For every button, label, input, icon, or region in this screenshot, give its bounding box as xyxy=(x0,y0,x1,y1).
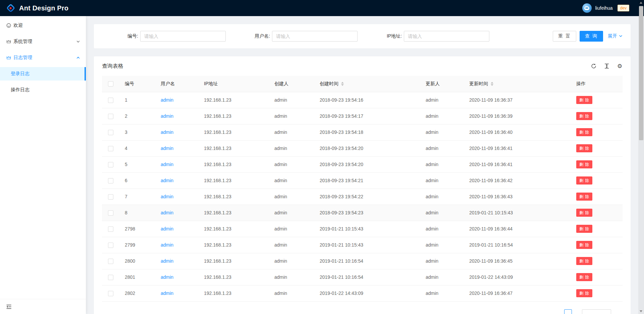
row-checkbox[interactable] xyxy=(108,243,113,248)
delete-button[interactable]: 删 除 xyxy=(576,193,592,201)
sidebar: 欢迎 系统管理 日志管理 xyxy=(0,16,86,314)
column-header-updated-time[interactable]: 更新时间 xyxy=(464,76,571,92)
row-checkbox[interactable] xyxy=(108,178,113,184)
sidebar-item-system-management[interactable]: 系统管理 xyxy=(0,35,86,48)
filter-label-username: 用户名: xyxy=(226,33,272,39)
row-checkbox[interactable] xyxy=(108,146,113,151)
sidebar-item-log-management[interactable]: 日志管理 xyxy=(0,51,86,64)
username-link[interactable]: admin xyxy=(161,291,173,296)
cell-updated-time: 2019-01-22 14:43:09 xyxy=(464,269,571,285)
cell-ip: 192.168.1.23 xyxy=(199,156,269,172)
row-checkbox[interactable] xyxy=(108,259,113,264)
delete-button[interactable]: 删 除 xyxy=(576,176,592,185)
username-link[interactable]: admin xyxy=(161,274,173,280)
logo[interactable]: Ant Design Pro xyxy=(6,3,68,13)
pagination-size-select[interactable] xyxy=(582,309,611,314)
sort-caret-icon[interactable] xyxy=(341,82,344,86)
username-link[interactable]: admin xyxy=(161,210,173,215)
row-checkbox[interactable] xyxy=(108,194,113,200)
sidebar-item-operation-log[interactable]: 操作日志 xyxy=(0,83,86,97)
cell-created-time: 2019-01-22 14:43:09 xyxy=(314,285,420,301)
username-link[interactable]: admin xyxy=(161,242,173,248)
row-checkbox[interactable] xyxy=(108,130,113,135)
column-header-ip: IP地址 xyxy=(199,76,269,92)
table-row: 2799 admin 192.168.1.23 admin 2019-01-21… xyxy=(102,237,623,253)
cell-id: 2798 xyxy=(119,221,155,237)
reset-button[interactable]: 重 置 xyxy=(553,31,576,42)
row-checkbox[interactable] xyxy=(108,226,113,232)
sidebar-item-label: 系统管理 xyxy=(13,39,32,45)
username-link[interactable]: admin xyxy=(161,194,173,199)
delete-button[interactable]: 删 除 xyxy=(576,144,592,152)
cell-updated-time: 2020-11-09 16:36:41 xyxy=(464,140,571,156)
row-checkbox[interactable] xyxy=(108,114,113,119)
table-card: 查询表格 ⚙ xyxy=(94,56,631,314)
username-link[interactable]: admin xyxy=(161,97,173,103)
table-row: 2801 admin 192.168.1.23 admin 2019-01-21… xyxy=(102,269,623,285)
cell-updater: admin xyxy=(420,189,464,205)
username-link[interactable]: admin xyxy=(161,113,173,119)
sidebar-item-welcome[interactable]: 欢迎 xyxy=(0,19,86,32)
delete-button[interactable]: 删 除 xyxy=(576,257,592,265)
menu-fold-icon[interactable] xyxy=(6,304,12,310)
scrollbar[interactable] xyxy=(638,0,644,314)
cell-ip: 192.168.1.23 xyxy=(199,221,269,237)
search-button[interactable]: 查 询 xyxy=(580,31,603,42)
cell-creator: admin xyxy=(269,108,314,124)
delete-button[interactable]: 删 除 xyxy=(576,289,592,297)
scroll-down-icon[interactable] xyxy=(640,310,642,312)
sort-caret-icon[interactable] xyxy=(491,82,493,86)
delete-button[interactable]: 删 除 xyxy=(576,225,592,233)
row-checkbox[interactable] xyxy=(108,210,113,216)
cell-ip: 192.168.1.23 xyxy=(199,205,269,221)
cell-created-time: 2018-09-23 19:54:20 xyxy=(314,156,420,172)
column-header-created-time[interactable]: 创建时间 xyxy=(314,76,420,92)
row-checkbox[interactable] xyxy=(108,98,113,103)
scrollbar-thumb[interactable] xyxy=(639,6,643,140)
username-link[interactable]: admin xyxy=(161,146,173,151)
username-link[interactable]: admin xyxy=(161,129,173,135)
delete-button[interactable]: 删 除 xyxy=(576,209,592,217)
chevron-up-icon xyxy=(76,56,80,60)
select-all-checkbox[interactable] xyxy=(108,81,113,87)
cell-created-time: 2018-09-23 19:54:16 xyxy=(314,92,420,108)
cell-ip: 192.168.1.23 xyxy=(199,285,269,301)
expand-link[interactable]: 展开 xyxy=(608,33,623,39)
user-avatar[interactable] xyxy=(582,3,592,13)
username-link[interactable]: admin xyxy=(161,178,173,183)
delete-button[interactable]: 删 除 xyxy=(576,273,592,281)
screen: Ant Design Pro liufeihua dev 欢迎 xyxy=(0,0,644,314)
username-link[interactable]: admin xyxy=(161,162,173,167)
cell-creator: admin xyxy=(269,189,314,205)
settings-icon[interactable]: ⚙ xyxy=(617,63,623,69)
cell-created-time: 2018-09-23 19:54:17 xyxy=(314,108,420,124)
row-checkbox[interactable] xyxy=(108,275,113,280)
username-link[interactable]: admin xyxy=(161,226,173,231)
column-height-icon[interactable] xyxy=(604,63,609,69)
cell-updater: admin xyxy=(420,237,464,253)
username-input[interactable] xyxy=(272,31,358,42)
cell-updater: admin xyxy=(420,205,464,221)
delete-button[interactable]: 删 除 xyxy=(576,96,592,104)
username-link[interactable]: admin xyxy=(161,258,173,264)
scroll-up-icon[interactable] xyxy=(640,2,642,4)
cell-created-time: 2019-01-21 10:15:43 xyxy=(314,237,420,253)
row-checkbox[interactable] xyxy=(108,291,113,296)
delete-button[interactable]: 删 除 xyxy=(576,241,592,249)
table-row: 8 admin 192.168.1.23 admin 2018-09-23 19… xyxy=(102,205,623,221)
cell-creator: admin xyxy=(269,92,314,108)
cell-updater: admin xyxy=(420,92,464,108)
id-input[interactable] xyxy=(140,31,226,42)
header-user-area[interactable]: liufeihua dev xyxy=(582,3,629,13)
delete-button[interactable]: 删 除 xyxy=(576,160,592,168)
row-checkbox[interactable] xyxy=(108,162,113,167)
ip-input[interactable] xyxy=(404,31,489,42)
delete-button[interactable]: 删 除 xyxy=(576,112,592,120)
table-header: 编号 用户名 IP地址 创建人 创建时间 更新人 更新时间 操作 xyxy=(102,76,623,92)
sidebar-item-login-log[interactable]: 登录日志 xyxy=(0,67,86,81)
column-header-creator: 创建人 xyxy=(269,76,314,92)
table-row: 7 admin 192.168.1.23 admin 2018-09-23 19… xyxy=(102,189,623,205)
reload-icon[interactable] xyxy=(591,63,596,69)
pagination-active-page[interactable] xyxy=(564,309,572,314)
delete-button[interactable]: 删 除 xyxy=(576,128,592,136)
